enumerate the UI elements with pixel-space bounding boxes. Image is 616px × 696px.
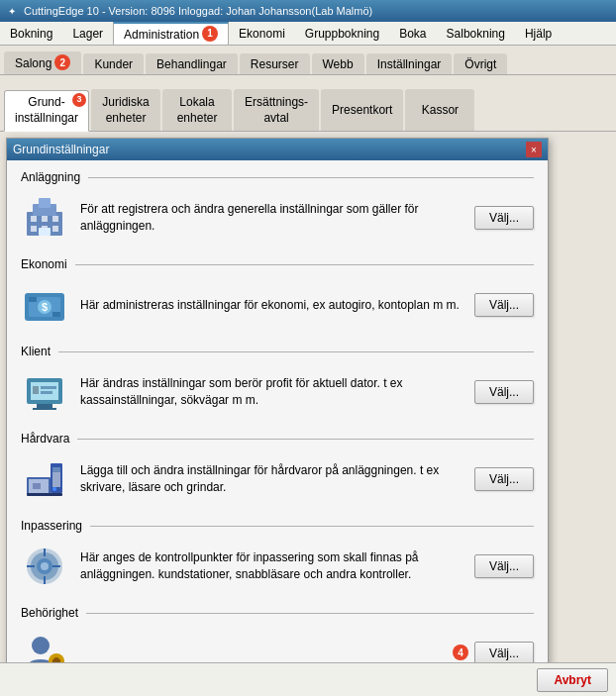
- section-behorighet: Behörighet: [21, 606, 534, 662]
- svg-rect-19: [33, 408, 56, 410]
- hardware-icon: [21, 455, 68, 503]
- main-area: Grundinställningar × Anläggning: [0, 132, 616, 662]
- section-klient-line: [58, 351, 534, 352]
- section-hardvara: Hårdvara: [21, 432, 534, 511]
- dialog-content: Anläggning: [7, 160, 548, 662]
- section-inpassering-desc: Här anges de kontrollpunkter för inpasse…: [80, 549, 474, 583]
- section-inpassering: Inpassering: [21, 519, 534, 598]
- money-icon: $: [21, 281, 68, 329]
- building-icon: [21, 194, 68, 242]
- tab-ersattningsavtal[interactable]: Ersättnings- avtal: [234, 89, 319, 131]
- permission-icon: [21, 630, 68, 662]
- section-klient-header: Klient: [21, 345, 534, 358]
- section-hardvara-desc: Lägga till och ändra inställningar för h…: [80, 462, 474, 496]
- section-inpassering-header: Inpassering: [21, 519, 534, 533]
- tab-kunder[interactable]: Kunder: [83, 53, 144, 74]
- tab-webb[interactable]: Webb: [312, 53, 364, 74]
- title-bar: ✦ CuttingEdge 10 - Version: 8096 Inlogga…: [0, 0, 616, 22]
- section-klient-title: Klient: [21, 345, 51, 358]
- dialog-close-button[interactable]: ×: [526, 142, 542, 157]
- valj-ekonomi-button[interactable]: Välj...: [474, 293, 534, 317]
- tab-grundinstallningar[interactable]: 3 Grund- inställningar: [4, 90, 89, 132]
- tab-resurser[interactable]: Resurser: [240, 53, 310, 74]
- svg-rect-22: [41, 391, 52, 394]
- section-inpassering-line: [90, 526, 534, 527]
- access-icon: [21, 543, 68, 590]
- section-behorighet-row: 4 Välj...: [21, 626, 534, 662]
- dialog-grundinstallningar: Grundinställningar × Anläggning: [6, 138, 549, 662]
- svg-rect-14: [29, 297, 37, 302]
- app-window: ✦ CuttingEdge 10 - Version: 8096 Inlogga…: [0, 0, 616, 696]
- app-icon: ✦: [4, 3, 20, 19]
- svg-rect-28: [33, 483, 41, 489]
- menu-item-administration[interactable]: Administration 1: [113, 22, 229, 45]
- section-klient: Klient: [21, 345, 534, 424]
- avbryt-button[interactable]: Avbryt: [537, 668, 608, 692]
- section-inpassering-row: Här anges de kontrollpunkter för inpasse…: [21, 539, 534, 598]
- valj-hardvara-button[interactable]: Välj...: [474, 467, 534, 491]
- behorighet-actions: 4 Välj...: [450, 642, 534, 662]
- section-hardvara-line: [77, 439, 534, 440]
- svg-point-30: [52, 487, 56, 491]
- section-behorighet-title: Behörighet: [21, 606, 78, 620]
- title-bar-text: CuttingEdge 10 - Version: 8096 Inloggad:…: [24, 5, 372, 17]
- svg-point-39: [32, 637, 50, 654]
- section-anlaggning-title: Anläggning: [21, 170, 80, 184]
- svg-rect-9: [39, 228, 51, 236]
- valj-inpassering-button[interactable]: Välj...: [474, 554, 534, 578]
- valj-klient-button[interactable]: Välj...: [474, 380, 534, 404]
- tab-row-1: Salong 2 Kunder Behandlingar Resurser We…: [0, 46, 616, 75]
- tab-ovrigt[interactable]: Övrigt: [454, 53, 507, 74]
- menu-bar: Bokning Lager Administration 1 Ekonomi G…: [0, 22, 616, 46]
- administration-badge: 1: [202, 26, 218, 42]
- valj-anlaggning-button[interactable]: Välj...: [474, 206, 534, 230]
- menu-item-lager[interactable]: Lager: [62, 22, 113, 45]
- tab-behandlingar[interactable]: Behandlingar: [146, 53, 238, 74]
- section-hardvara-header: Hårdvara: [21, 432, 534, 446]
- menu-item-ekonomi[interactable]: Ekonomi: [229, 22, 295, 45]
- section-behorighet-line: [86, 613, 534, 614]
- svg-rect-8: [52, 226, 58, 232]
- section-inpassering-title: Inpassering: [21, 519, 82, 533]
- menu-item-salbokning[interactable]: Salbokning: [437, 22, 515, 45]
- svg-rect-20: [33, 386, 39, 394]
- svg-rect-3: [31, 216, 37, 222]
- section-anlaggning: Anläggning: [21, 170, 534, 249]
- tab-presentkort[interactable]: Presentkort: [321, 89, 403, 131]
- section-anlaggning-line: [88, 177, 534, 178]
- svg-rect-5: [52, 216, 58, 222]
- section-anlaggning-desc: För att registrera och ändra generella i…: [80, 201, 474, 235]
- tab-installningar[interactable]: Inställningar: [366, 53, 453, 74]
- dialog-title: Grundinställningar: [13, 143, 109, 156]
- badge-4: 4: [453, 645, 468, 660]
- tab-juridiska[interactable]: Juridiska enheter: [91, 89, 160, 131]
- section-anlaggning-row: För att registrera och ändra generella i…: [21, 190, 534, 249]
- svg-rect-4: [42, 216, 48, 222]
- section-ekonomi-desc: Här administreras inställningar för ekon…: [80, 297, 474, 314]
- badge-3: 3: [72, 93, 86, 107]
- svg-rect-27: [52, 467, 60, 472]
- tab-row-2: 3 Grund- inställningar Juridiska enheter…: [0, 75, 616, 132]
- valj-behorighet-button[interactable]: Välj...: [474, 642, 534, 662]
- svg-text:$: $: [42, 301, 48, 313]
- tab-kassor[interactable]: Kassor: [405, 89, 474, 131]
- svg-rect-2: [39, 198, 51, 208]
- menu-item-bokning[interactable]: Bokning: [0, 22, 62, 45]
- svg-rect-29: [27, 493, 62, 496]
- section-ekonomi: Ekonomi $: [21, 257, 534, 337]
- section-ekonomi-row: $ Här administreras inställningar för ek…: [21, 277, 534, 337]
- section-hardvara-row: Lägga till och ändra inställningar för h…: [21, 451, 534, 511]
- bottom-bar: Avbryt: [0, 662, 616, 696]
- section-hardvara-title: Hårdvara: [21, 432, 69, 446]
- menu-item-gruppbokning[interactable]: Gruppbokning: [295, 22, 389, 45]
- tab-lokala[interactable]: Lokala enheter: [162, 89, 232, 131]
- menu-item-hjalp[interactable]: Hjälp: [515, 22, 562, 45]
- section-ekonomi-title: Ekonomi: [21, 257, 67, 271]
- section-anlaggning-header: Anläggning: [21, 170, 534, 184]
- svg-point-34: [41, 562, 49, 570]
- svg-rect-18: [37, 404, 52, 408]
- svg-rect-15: [52, 312, 60, 317]
- tab-salong[interactable]: Salong 2: [4, 51, 81, 74]
- menu-item-boka[interactable]: Boka: [389, 22, 436, 45]
- dialog-titlebar: Grundinställningar ×: [7, 139, 548, 160]
